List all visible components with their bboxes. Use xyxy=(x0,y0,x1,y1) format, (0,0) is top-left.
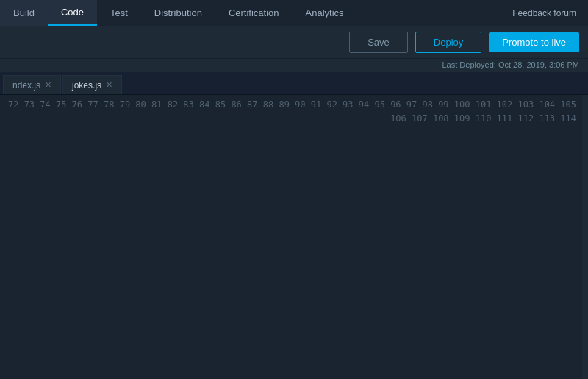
nav-certification[interactable]: Certification xyxy=(215,0,293,26)
top-nav: Build Code Test Distribution Certificati… xyxy=(0,0,588,26)
tab-jokes-js-label: jokes.js xyxy=(72,80,101,91)
deploy-button[interactable]: Deploy xyxy=(415,32,481,53)
tab-jokes-js[interactable]: jokes.js ✕ xyxy=(62,75,122,94)
nav-analytics[interactable]: Analytics xyxy=(293,0,357,26)
save-button[interactable]: Save xyxy=(349,32,408,53)
tab-index-js-close[interactable]: ✕ xyxy=(45,80,51,90)
file-tabs: ndex.js ✕ jokes.js ✕ xyxy=(0,73,588,95)
tab-index-js-label: ndex.js xyxy=(12,80,40,91)
tab-index-js[interactable]: ndex.js ✕ xyxy=(3,75,61,94)
nav-test[interactable]: Test xyxy=(97,0,141,26)
promote-button[interactable]: Promote to live xyxy=(489,32,579,52)
tab-jokes-js-close[interactable]: ✕ xyxy=(106,80,112,90)
nav-build[interactable]: Build xyxy=(0,0,48,26)
feedback-link[interactable]: Feedback forum xyxy=(501,0,588,26)
code-content[interactable]: const CancelAndStopIntentHandler = { can… xyxy=(582,95,588,379)
deploy-timestamp: Last Deployed: Oct 28, 2019, 3:06 PM xyxy=(0,59,588,73)
action-bar: Save Deploy Promote to live xyxy=(0,26,588,59)
code-editor: 72 73 74 75 76 77 78 79 80 81 82 83 84 8… xyxy=(0,95,588,379)
line-numbers: 72 73 74 75 76 77 78 79 80 81 82 83 84 8… xyxy=(0,95,582,379)
nav-distribution[interactable]: Distribution xyxy=(141,0,215,26)
nav-code[interactable]: Code xyxy=(48,0,97,26)
